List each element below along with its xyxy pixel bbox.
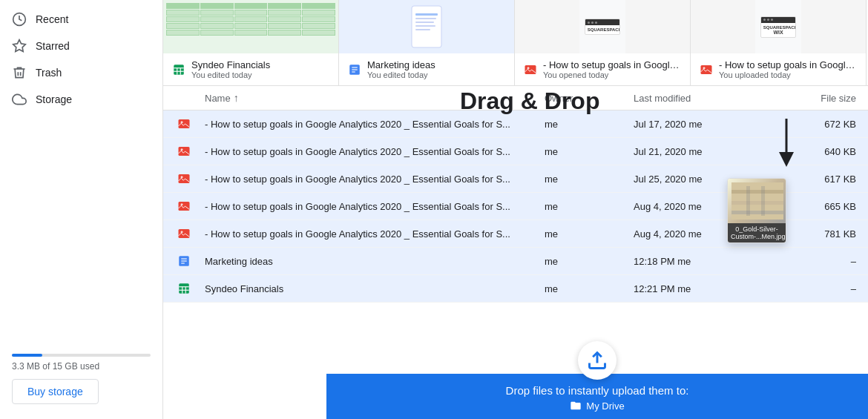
row-size-1: 640 KB <box>782 146 856 157</box>
row-owner-4: me <box>545 228 634 240</box>
img-icon-card3 <box>524 63 537 76</box>
file-row-2[interactable]: - How to setup goals in Google Analytics… <box>163 165 868 193</box>
main-content: Syndeo Financials You edited today <box>163 0 868 419</box>
file-details-card2: Marketing ideas You edited today <box>367 59 505 79</box>
row-modified-5: 12:18 PM me <box>634 256 782 267</box>
svg-rect-19 <box>701 65 712 74</box>
row-size-2: 617 KB <box>782 174 856 185</box>
sidebar-item-recent[interactable]: Recent <box>0 6 151 33</box>
svg-rect-8 <box>415 13 438 16</box>
preview-cards-row: Syndeo Financials You edited today <box>163 0 868 86</box>
svg-rect-10 <box>415 22 434 23</box>
sidebar-label-recent: Recent <box>36 13 68 25</box>
row-name-3: - How to setup goals in Google Analytics… <box>205 201 545 212</box>
storage-section: 3.3 MB of 15 GB used Buy storage <box>0 345 162 413</box>
svg-point-26 <box>181 148 183 151</box>
drop-instruction: Drop files to instantly upload them to: <box>341 384 853 397</box>
row-icon-2 <box>175 170 193 188</box>
svg-rect-23 <box>179 119 190 128</box>
row-modified-1: Jul 21, 2020 me <box>634 146 782 157</box>
svg-point-30 <box>181 203 183 205</box>
svg-point-32 <box>181 231 183 233</box>
sort-icon: ↑ <box>234 92 239 104</box>
file-row-1[interactable]: - How to setup goals in Google Analytics… <box>163 138 868 165</box>
preview-info-3: - How to setup goals in Google... You op… <box>515 53 690 85</box>
row-name-1: - How to setup goals in Google Analytics… <box>205 146 545 157</box>
row-owner-3: me <box>545 201 634 212</box>
preview-card-2[interactable]: Marketing ideas You edited today <box>339 0 515 85</box>
row-owner-0: me <box>545 119 634 130</box>
row-size-3: 665 KB <box>782 201 856 212</box>
row-size-0: 672 KB <box>782 119 856 130</box>
preview-card-1[interactable]: Syndeo Financials You edited today <box>163 0 339 85</box>
row-modified-3: Aug 4, 2020 me <box>634 201 782 212</box>
file-sub-card2: You edited today <box>367 70 505 79</box>
svg-point-18 <box>527 67 530 69</box>
row-owner-5: me <box>545 256 634 267</box>
buy-storage-button[interactable]: Buy storage <box>12 379 99 404</box>
row-icon-5 <box>175 252 193 270</box>
clock-icon <box>12 12 27 27</box>
col-owner-header: Owner <box>545 93 634 104</box>
col-size-header: File size <box>782 93 856 104</box>
sheets-icon-card1 <box>172 63 185 76</box>
file-name-card4: - How to setup goals in Google... <box>719 59 857 70</box>
drop-destination: My Drive <box>341 400 853 412</box>
file-row-6[interactable]: Syndeo Financials me 12:21 PM me – <box>163 275 868 303</box>
row-owner-2: me <box>545 174 634 185</box>
upload-circle <box>578 341 617 380</box>
row-owner-6: me <box>545 283 634 294</box>
preview-card-3[interactable]: SQUARESPACE - How to setup goals in Goog… <box>515 0 691 85</box>
row-name-2: - How to setup goals in Google Analytics… <box>205 174 545 185</box>
svg-rect-37 <box>179 283 189 294</box>
preview-info-4: - How to setup goals in Google... You up… <box>691 53 866 85</box>
row-icon-0 <box>175 115 193 133</box>
row-name-6: Syndeo Financials <box>205 283 545 294</box>
row-name-5: Marketing ideas <box>205 256 545 267</box>
sidebar-label-starred: Starred <box>36 40 70 52</box>
svg-point-28 <box>181 176 183 178</box>
preview-card-4[interactable]: SQUARESPACEWiX - How to setup goals in G… <box>691 0 867 85</box>
preview-thumb-2 <box>339 0 514 53</box>
row-size-5: – <box>782 256 856 267</box>
file-row-5[interactable]: Marketing ideas me 12:18 PM me – <box>163 248 868 275</box>
star-icon <box>12 39 27 53</box>
svg-rect-11 <box>415 25 435 27</box>
storage-bar-fill <box>12 354 42 357</box>
row-modified-2: Jul 25, 2020 me <box>634 174 782 185</box>
svg-point-20 <box>703 67 706 69</box>
sidebar: Recent Starred Trash Storage 3.3 MB of 1… <box>0 0 163 419</box>
file-sub-card3: You opened today <box>543 70 681 79</box>
row-icon-1 <box>175 142 193 160</box>
drop-destination-label: My Drive <box>586 400 624 412</box>
svg-rect-31 <box>179 229 190 238</box>
file-row-3[interactable]: - How to setup goals in Google Analytics… <box>163 193 868 220</box>
preview-thumb-3: SQUARESPACE <box>515 0 690 53</box>
preview-thumb-4: SQUARESPACEWiX <box>691 0 866 53</box>
svg-marker-1 <box>13 40 26 52</box>
app-container: Recent Starred Trash Storage 3.3 MB of 1… <box>0 0 868 419</box>
file-rows: - How to setup goals in Google Analytics… <box>163 110 868 303</box>
file-details-card3: - How to setup goals in Google... You op… <box>543 59 681 79</box>
preview-thumb-1 <box>163 0 338 53</box>
row-size-6: – <box>782 283 856 294</box>
sidebar-label-storage: Storage <box>36 93 72 105</box>
sidebar-item-storage[interactable]: Storage <box>0 86 151 113</box>
row-size-4: 781 KB <box>782 228 856 240</box>
col-name-header[interactable]: Name ↑ <box>205 92 545 104</box>
col-modified-header: Last modified <box>634 93 782 104</box>
drop-banner: Drop files to instantly upload them to: … <box>326 374 868 419</box>
file-sub-card1: You edited today <box>191 70 329 79</box>
svg-rect-12 <box>415 29 430 30</box>
cloud-icon <box>12 92 27 107</box>
sidebar-item-starred[interactable]: Starred <box>0 33 151 59</box>
file-row-0[interactable]: - How to setup goals in Google Analytics… <box>163 110 868 138</box>
preview-info-1: Syndeo Financials You edited today <box>163 53 338 85</box>
svg-rect-29 <box>179 202 190 211</box>
svg-rect-25 <box>179 147 190 156</box>
row-name-0: - How to setup goals in Google Analytics… <box>205 119 545 130</box>
sidebar-item-trash[interactable]: Trash <box>0 59 151 86</box>
sidebar-label-trash: Trash <box>36 67 62 79</box>
file-row-4[interactable]: - How to setup goals in Google Analytics… <box>163 220 868 248</box>
trash-icon <box>12 65 27 80</box>
